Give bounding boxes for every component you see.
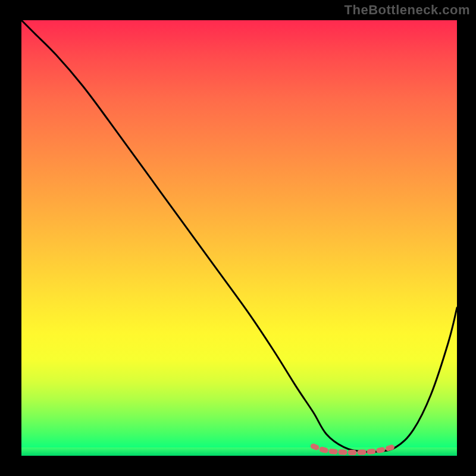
bottleneck-curve-path [21, 20, 457, 452]
curve-layer [21, 20, 457, 456]
chart-frame: TheBottleneck.com [0, 0, 476, 476]
plot-area [21, 20, 457, 456]
optimal-band-path [313, 446, 396, 453]
watermark-text: TheBottleneck.com [345, 2, 470, 18]
